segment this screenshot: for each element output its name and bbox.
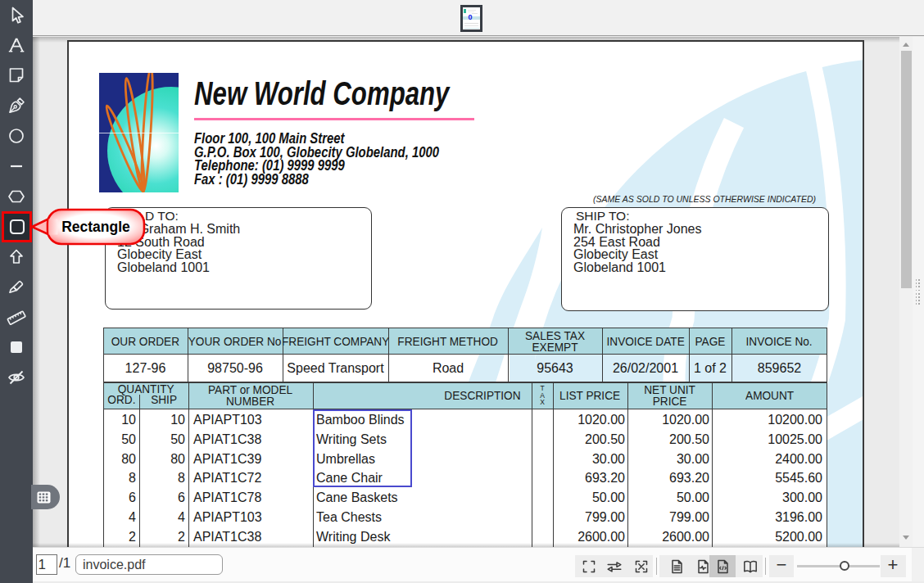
svg-text:Rectangle: Rectangle (61, 219, 130, 235)
